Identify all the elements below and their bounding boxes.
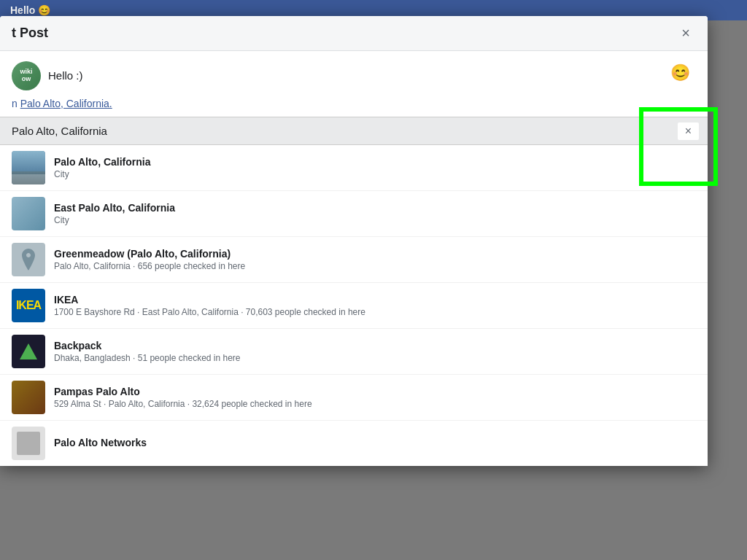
search-input[interactable] [0, 117, 669, 144]
location-line[interactable]: n Palo Alto, California. [12, 98, 696, 109]
modal-overlay: t Post × wikiow Hello :) 😊 n Palo Alto, … [0, 0, 747, 560]
networks-thumb [17, 432, 40, 455]
thumb-2 [12, 243, 45, 276]
item-name-6: Palo Alto Networks [54, 437, 696, 448]
thumb-0 [12, 151, 45, 184]
modal-title: t Post [12, 26, 48, 41]
item-info-0: Palo Alto, California City [54, 156, 696, 179]
item-sub-1: City [54, 215, 696, 225]
thumb-4 [12, 335, 45, 368]
pin-icon [20, 249, 37, 271]
item-name-4: Backpack [54, 340, 696, 351]
item-info-5: Pampas Palo Alto 529 Alma St · Palo Alto… [54, 386, 696, 409]
result-item-1[interactable]: East Palo Alto, California City [0, 191, 708, 237]
location-prefix: n [12, 98, 20, 109]
item-name-0: Palo Alto, California [54, 156, 696, 168]
dropdown-list: Palo Alto, California City East Palo Alt… [0, 145, 708, 466]
thumb-3: IKEA [12, 289, 45, 322]
modal-header: t Post × [0, 16, 708, 51]
modal-body: wikiow Hello :) 😊 n Palo Alto, Californi… [0, 51, 708, 109]
clear-button-area: × [669, 117, 708, 144]
item-info-4: Backpack Dhaka, Bangladesh · 51 people c… [54, 340, 696, 363]
result-item-3[interactable]: IKEA IKEA 1700 E Bayshore Rd · East Palo… [0, 283, 708, 329]
item-sub-2: Palo Alto, California · 656 people check… [54, 261, 696, 271]
item-sub-4: Dhaka, Bangladesh · 51 people checked in… [54, 353, 696, 363]
item-name-3: IKEA [54, 294, 696, 306]
clear-button[interactable]: × [678, 122, 699, 140]
result-item-0[interactable]: Palo Alto, California City [0, 145, 708, 191]
backpack-triangle [20, 343, 37, 359]
avatar-label: wikiow [20, 69, 32, 83]
result-item-2[interactable]: Greenmeadow (Palo Alto, California) Palo… [0, 237, 708, 283]
thumb-6 [12, 427, 45, 460]
result-item-5[interactable]: Pampas Palo Alto 529 Alma St · Palo Alto… [0, 375, 708, 421]
item-info-1: East Palo Alto, California City [54, 202, 696, 225]
thumb-1 [12, 197, 45, 230]
thumb-5 [12, 381, 45, 414]
location-link[interactable]: Palo Alto, California. [20, 98, 112, 109]
item-name-5: Pampas Palo Alto [54, 386, 696, 397]
emoji-button[interactable]: 😊 [670, 63, 690, 82]
result-item-6[interactable]: Palo Alto Networks [0, 421, 708, 466]
modal-dialog: t Post × wikiow Hello :) 😊 n Palo Alto, … [0, 16, 708, 466]
item-name-2: Greenmeadow (Palo Alto, California) [54, 248, 696, 260]
item-info-6: Palo Alto Networks [54, 437, 696, 450]
item-name-1: East Palo Alto, California [54, 202, 696, 214]
avatar: wikiow [12, 61, 41, 90]
item-sub-5: 529 Alma St · Palo Alto, California · 32… [54, 399, 696, 409]
result-item-4[interactable]: Backpack Dhaka, Bangladesh · 51 people c… [0, 329, 708, 375]
item-info-3: IKEA 1700 E Bayshore Rd · East Palo Alto… [54, 294, 696, 317]
post-author-row: wikiow Hello :) 😊 [12, 61, 696, 90]
item-sub-0: City [54, 169, 696, 179]
post-text-wrapper: Hello :) 😊 [48, 69, 696, 82]
item-info-2: Greenmeadow (Palo Alto, California) Palo… [54, 248, 696, 271]
modal-close-button[interactable]: × [676, 23, 696, 43]
post-text: Hello :) [48, 69, 83, 82]
search-bar: × [0, 117, 708, 145]
item-sub-3: 1700 E Bayshore Rd · East Palo Alto, Cal… [54, 307, 696, 317]
ikea-logo-text: IKEA [16, 299, 41, 312]
